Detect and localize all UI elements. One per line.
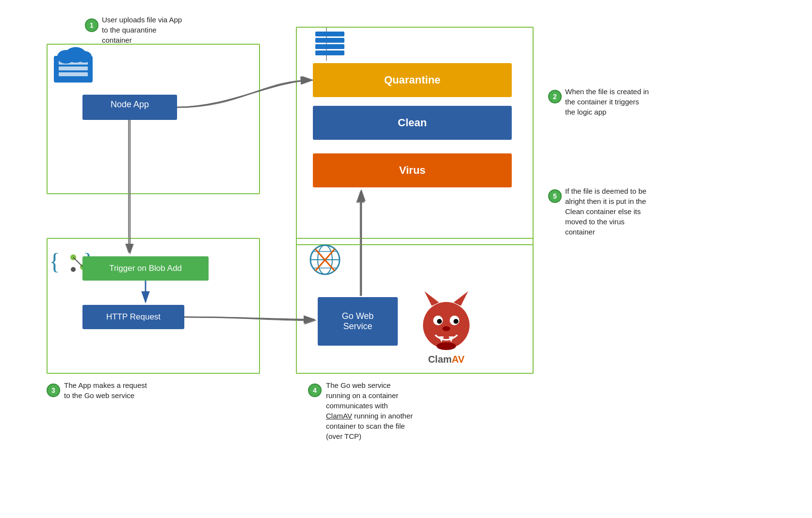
step-1-label: User uploads file via Appto the quaranti… [102, 15, 182, 45]
svg-point-29 [423, 302, 470, 349]
azure-cloud-icon [47, 46, 100, 89]
step-3-label: The App makes a requestto the Go web ser… [64, 380, 147, 401]
svg-line-19 [73, 257, 83, 267]
step-2-label: When the file is created inthe container… [565, 86, 649, 117]
svg-point-36 [442, 326, 450, 331]
svg-point-39 [437, 342, 456, 350]
node-app-label: Node App [111, 100, 149, 109]
svg-marker-30 [424, 291, 439, 306]
step-4-label: The Go web servicerunning on a container… [326, 380, 413, 441]
svg-text:{: { [49, 249, 60, 274]
svg-rect-15 [315, 50, 344, 55]
svg-rect-14 [315, 44, 344, 49]
quarantine-label: Quarantine [313, 63, 512, 97]
clean-label: Clean [313, 106, 512, 140]
step-2-badge: 2 [548, 90, 562, 103]
step-3-badge: 3 [47, 384, 60, 397]
svg-marker-31 [454, 291, 468, 306]
globe-icon [306, 242, 344, 280]
svg-rect-7 [59, 67, 88, 70]
architecture-diagram: Node App Quarantine Clean Virus { [0, 0, 812, 518]
svg-rect-12 [315, 32, 344, 36]
svg-point-34 [437, 319, 442, 324]
svg-point-11 [77, 51, 92, 63]
http-request-button: HTTP Request [82, 305, 184, 329]
step-5-label: If the file is deemed to bealright then … [565, 186, 647, 237]
virus-label: Virus [313, 153, 512, 187]
step-4-badge: 4 [308, 384, 322, 397]
go-web-service-button: Go WebService [318, 297, 398, 346]
step-5-badge: 5 [548, 189, 562, 203]
svg-rect-8 [59, 72, 88, 76]
step-1-badge: 1 [85, 18, 98, 32]
svg-point-35 [454, 319, 458, 324]
trigger-blob-button: Trigger on Blob Add [82, 256, 209, 281]
storage-table-icon [313, 29, 347, 60]
node-app-button: Node App [82, 95, 177, 120]
clamav-icon: ClamAV [415, 289, 478, 365]
svg-point-20 [71, 267, 76, 272]
svg-rect-13 [315, 38, 344, 43]
